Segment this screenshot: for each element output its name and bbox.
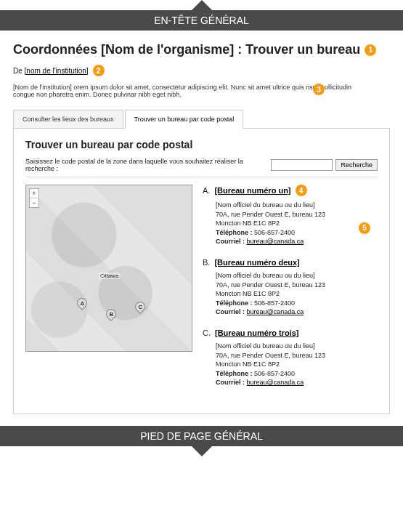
office-link[interactable]: [Bureau numéro deux] [214,258,299,267]
tab-panel: Trouver un bureau par code postal Saisis… [13,129,390,414]
map-zoom-controls: + − [29,188,39,208]
office-address: 70A, rue Pender Ouest E, bureau 123 [216,351,378,360]
email-label: Courriel : [216,379,245,386]
list-item: B. [Bureau numéro deux] [Nom officiel du… [203,258,378,317]
divider [25,177,378,177]
office-link[interactable]: [Bureau numéro un] [214,186,290,195]
office-name: [Nom officiel du bureau ou du lieu] [216,201,378,210]
item-letter: A. [203,186,210,195]
email-label: Courriel : [216,238,245,245]
postal-code-input[interactable] [271,159,333,171]
office-link[interactable]: [Bureau numéro trois] [215,329,299,337]
global-footer: PIED DE PAGE GÉNÉRAL [0,426,403,446]
tab-consult[interactable]: Consulter les lieux des bureaux [13,110,123,128]
panel-heading: Trouver un bureau par code postal [25,139,378,150]
office-city: Moncton NB E1C 8P2 [216,219,378,228]
phone-label: Téléphone : [216,229,253,236]
office-city: Moncton NB E1C 8P2 [216,360,378,369]
office-name: [Nom officiel du bureau ou du lieu] [216,271,378,281]
office-address: 70A, rue Pender Ouest E, bureau 123 [216,281,378,290]
map-city-label: Ottawa [99,273,120,279]
global-header: EN-TÊTE GÉNÉRAL [0,10,403,31]
item-head: B. [Bureau numéro deux] [203,258,378,267]
arrow-up-icon [192,0,212,10]
office-email[interactable]: bureau@canada.ca [247,379,304,386]
list-item: C. [Bureau numéro trois] [Nom officiel d… [203,329,378,387]
office-email[interactable]: bureau@canada.ca [247,238,304,245]
intro-text: [Nom de l'institution] orem ipsum dolor … [13,84,390,98]
zoom-out-button[interactable]: − [30,198,38,207]
tab-list: Consulter les lieux des bureaux Trouver … [13,110,390,129]
results-area: + − Ottawa A B C A. [Bureau numéro un] 4… [25,185,378,399]
item-letter: C. [203,329,211,337]
map-background [26,185,192,351]
office-phone: 506-857-2400 [254,370,295,377]
page-title-text: Coordonnées [Nom de l'organisme] : Trouv… [13,42,360,57]
office-city: Moncton NB E1C 8P2 [216,289,378,299]
office-email[interactable]: bureau@canada.ca [247,308,304,315]
item-body: [Nom officiel du bureau ou du lieu] 70A,… [203,201,378,246]
office-name: [Nom officiel du bureau ou du lieu] [216,342,378,351]
search-label: Saisissez le code postal de la zone dans… [25,158,268,172]
office-address: 70A, rue Pender Ouest E, bureau 123 [216,210,378,219]
phone-label: Téléphone : [216,370,253,377]
phone-label: Téléphone : [216,299,253,307]
email-label: Courriel : [216,308,245,315]
annotation-badge-2: 2 [93,65,105,76]
zoom-in-button[interactable]: + [30,189,38,198]
institution-link[interactable]: [nom de l'institution] [25,67,89,75]
item-body: [Nom officiel du bureau ou du lieu] 70A,… [203,342,378,387]
item-body: [Nom officiel du bureau ou du lieu] 70A,… [203,271,378,317]
item-head: A. [Bureau numéro un] 4 [203,185,378,196]
office-phone: 506-857-2400 [254,299,295,307]
page-title: Coordonnées [Nom de l'organisme] : Trouv… [13,42,390,57]
main-content: Coordonnées [Nom de l'organisme] : Trouv… [0,31,403,426]
annotation-badge-3: 3 [313,84,325,95]
arrow-down-icon [192,446,212,456]
search-button[interactable]: Recherche [335,159,378,171]
annotation-badge-1: 1 [365,44,376,56]
search-row: Saisissez le code postal de la zone dans… [25,158,378,172]
map[interactable]: + − Ottawa A B C [25,185,192,352]
intro-text-content: [Nom de l'institution] orem ipsum dolor … [13,84,351,98]
item-letter: B. [203,258,210,267]
office-list: A. [Bureau numéro un] 4 [Nom officiel du… [203,185,378,399]
office-phone: 506-857-2400 [254,229,295,236]
item-head: C. [Bureau numéro trois] [203,329,378,337]
annotation-badge-5: 5 [359,222,370,234]
tab-find-postal[interactable]: Trouver un bureau par code postal [125,110,244,129]
byline: De [nom de l'institution] 2 [13,65,390,76]
byline-prefix: De [13,67,25,75]
annotation-badge-4: 4 [296,185,307,196]
list-item: A. [Bureau numéro un] 4 [Nom officiel du… [203,185,378,246]
